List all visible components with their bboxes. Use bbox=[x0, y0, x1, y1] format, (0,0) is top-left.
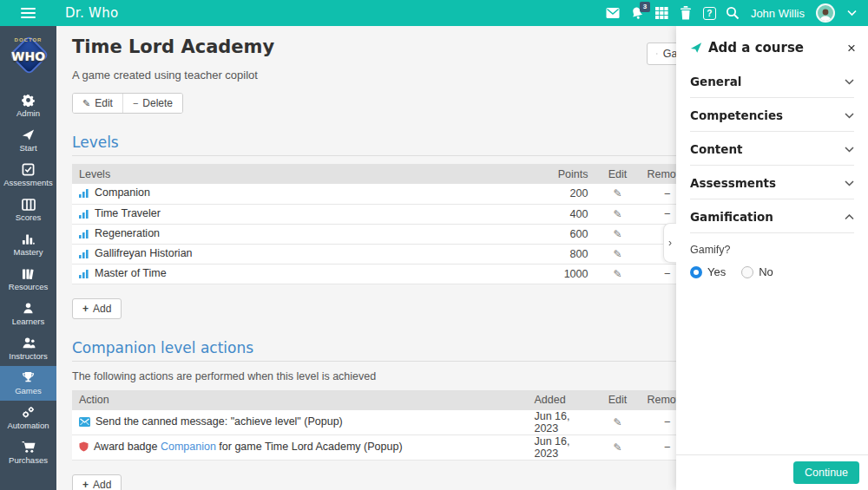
calendar-grid-icon[interactable] bbox=[654, 6, 669, 21]
table-row: Award badge Companion for game Time Lord… bbox=[72, 434, 694, 460]
actions-table-header: Action Added Edit Remove bbox=[72, 390, 694, 410]
person-icon bbox=[22, 302, 35, 315]
add-action-button[interactable]: +Add bbox=[72, 474, 122, 490]
edit-button[interactable]: ✎Edit bbox=[73, 94, 122, 113]
avatar[interactable] bbox=[816, 3, 835, 23]
action-text: for game Time Lord Academy (Popup) bbox=[216, 441, 403, 453]
remove-row-button[interactable]: − bbox=[664, 267, 671, 280]
delete-button[interactable]: −Delete bbox=[122, 94, 182, 113]
table-row: Regeneration 600 ✎ − bbox=[72, 224, 694, 244]
edit-row-button[interactable]: ✎ bbox=[613, 248, 621, 260]
accordion-section-general[interactable]: General bbox=[690, 64, 854, 98]
column-header: Action bbox=[72, 390, 527, 410]
accordion-section-content[interactable]: Content bbox=[690, 132, 854, 166]
trophy-icon bbox=[22, 371, 35, 384]
edit-row-button[interactable]: ✎ bbox=[613, 187, 621, 199]
page-subtitle: A game created using teacher copilot bbox=[72, 69, 694, 82]
accordion-section-assessments[interactable]: Assessments bbox=[690, 166, 854, 199]
radio-unselected-icon bbox=[741, 266, 753, 278]
gamification-section-body: Gamify? Yes No bbox=[690, 233, 854, 282]
edit-row-button[interactable]: ✎ bbox=[613, 228, 621, 240]
notifications-bell-icon[interactable]: 3 bbox=[630, 6, 645, 21]
level-name: Regeneration bbox=[95, 227, 160, 239]
sidebar-item-assessments[interactable]: Assessments bbox=[0, 158, 56, 193]
sidebar: DOCTOR WHO Admin Start Assessments Score… bbox=[0, 26, 56, 490]
column-header: Points bbox=[525, 164, 595, 184]
user-name[interactable]: John Willis bbox=[751, 7, 805, 20]
chevron-down-icon bbox=[845, 180, 854, 186]
companion-actions-heading: Companion level actions bbox=[72, 339, 694, 362]
remove-row-button[interactable]: − bbox=[664, 187, 671, 200]
arrow-left-icon bbox=[656, 49, 658, 58]
sidebar-item-resources[interactable]: Resources bbox=[0, 262, 56, 297]
companion-actions-description: The following actions are performed when… bbox=[72, 370, 694, 382]
level-bars-icon bbox=[79, 249, 89, 261]
sidebar-item-purchases[interactable]: Purchases bbox=[0, 435, 56, 470]
accordion-section-gamification[interactable]: Gamification bbox=[690, 199, 854, 233]
library-books-icon bbox=[22, 268, 35, 280]
level-name: Gallifreyan Historian bbox=[95, 247, 193, 259]
action-added-date: Jun 16, 2023 bbox=[527, 410, 595, 435]
panel-title: Add a course bbox=[708, 40, 804, 56]
table-row: Gallifreyan Historian 800 ✎ − bbox=[72, 244, 694, 264]
companion-badge-link[interactable]: Companion bbox=[161, 441, 216, 453]
plus-icon: + bbox=[82, 303, 89, 315]
column-header: Levels bbox=[72, 164, 525, 184]
scorecard-icon bbox=[22, 199, 36, 211]
panel-collapse-tab[interactable]: › bbox=[663, 223, 676, 263]
column-header: Edit bbox=[595, 390, 640, 410]
level-points: 200 bbox=[525, 184, 595, 204]
gamify-question-label: Gamify? bbox=[690, 244, 854, 256]
gamify-no-radio[interactable]: No bbox=[741, 265, 773, 278]
sidebar-item-start[interactable]: Start bbox=[0, 123, 56, 158]
sidebar-item-learners[interactable]: Learners bbox=[0, 297, 56, 331]
cart-icon bbox=[22, 441, 36, 454]
user-menu-chevron-down-icon[interactable] bbox=[845, 6, 859, 21]
search-icon[interactable] bbox=[726, 6, 740, 21]
table-row: Time Traveler 400 ✎ − bbox=[72, 204, 694, 224]
add-level-button[interactable]: +Add bbox=[72, 298, 122, 319]
level-name: Master of Time bbox=[95, 267, 167, 279]
accordion-section-competencies[interactable]: Competencies bbox=[690, 98, 854, 132]
remove-row-button[interactable]: − bbox=[664, 415, 671, 428]
column-header: Added bbox=[527, 390, 595, 410]
chevron-down-icon bbox=[845, 113, 854, 119]
plus-icon: + bbox=[82, 479, 89, 490]
sidebar-item-instructors[interactable]: Instructors bbox=[0, 331, 56, 366]
remove-row-button[interactable]: − bbox=[664, 441, 671, 454]
column-header: Edit bbox=[595, 164, 640, 184]
edit-row-button[interactable]: ✎ bbox=[613, 416, 621, 428]
pencil-icon: ✎ bbox=[82, 98, 90, 109]
gamify-yes-radio[interactable]: Yes bbox=[690, 265, 726, 278]
level-name: Companion bbox=[95, 186, 150, 199]
table-row: Companion 200 ✎ − bbox=[72, 184, 694, 204]
sidebar-item-automation[interactable]: Automation bbox=[0, 401, 56, 435]
bar-chart-icon bbox=[22, 233, 35, 245]
levels-table: Levels Points Edit Remove Companion 200 … bbox=[72, 164, 694, 284]
chevron-right-icon: › bbox=[668, 237, 672, 249]
edit-row-button[interactable]: ✎ bbox=[613, 268, 621, 280]
topbar: Dr. Who 3 ? John Willis bbox=[0, 0, 868, 26]
close-icon[interactable]: × bbox=[847, 41, 856, 56]
mail-icon[interactable] bbox=[606, 6, 621, 21]
gear-icon bbox=[22, 94, 35, 107]
sidebar-item-mastery[interactable]: Mastery bbox=[0, 227, 56, 262]
level-name: Time Traveler bbox=[95, 207, 161, 219]
help-icon[interactable]: ? bbox=[703, 7, 716, 20]
levels-section-heading: Levels bbox=[72, 134, 694, 156]
remove-row-button[interactable]: − bbox=[664, 207, 671, 220]
chevron-down-icon bbox=[845, 147, 854, 153]
sidebar-item-admin[interactable]: Admin bbox=[0, 88, 56, 123]
sidebar-item-scores[interactable]: Scores bbox=[0, 193, 56, 227]
edit-row-button[interactable]: ✎ bbox=[613, 441, 621, 454]
level-points: 800 bbox=[525, 244, 595, 264]
radio-selected-icon bbox=[690, 266, 702, 278]
level-bars-icon bbox=[79, 229, 89, 241]
edit-row-button[interactable]: ✎ bbox=[613, 208, 621, 220]
level-points: 600 bbox=[525, 224, 595, 244]
sidebar-item-games[interactable]: Games bbox=[0, 366, 56, 401]
trash-icon[interactable] bbox=[679, 6, 694, 21]
award-badge-icon bbox=[79, 441, 89, 454]
continue-button[interactable]: Continue bbox=[793, 461, 859, 484]
hamburger-menu-icon[interactable] bbox=[0, 8, 56, 18]
